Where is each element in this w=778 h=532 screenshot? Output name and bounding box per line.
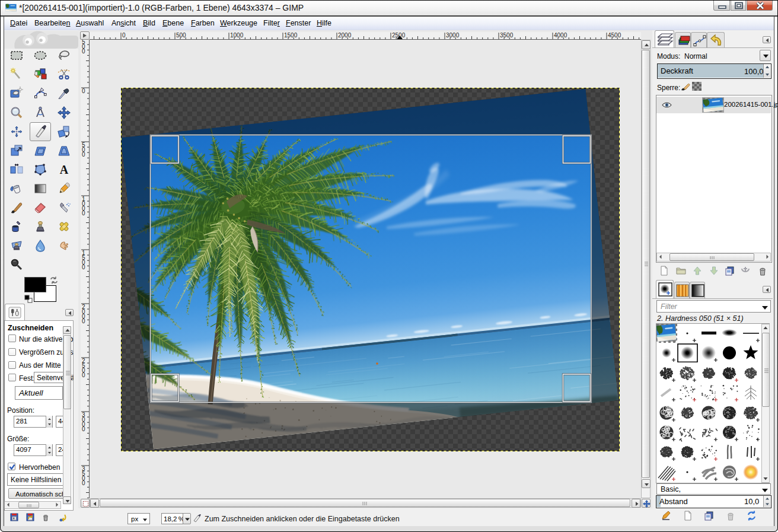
- svg-text:0: 0: [82, 210, 85, 216]
- svg-text:0: 0: [82, 88, 85, 94]
- svg-text:1500: 1500: [284, 32, 298, 39]
- svg-text:0: 0: [82, 426, 85, 432]
- svg-text:0: 0: [82, 480, 85, 486]
- svg-text:0: 0: [122, 32, 126, 39]
- svg-text:2000: 2000: [338, 32, 352, 39]
- svg-text:4000: 4000: [554, 32, 567, 39]
- svg-text:3500: 3500: [500, 32, 514, 39]
- svg-text:A: A: [60, 163, 69, 176]
- svg-text:4500: 4500: [608, 32, 621, 39]
- svg-text:0: 0: [82, 372, 85, 378]
- svg-text:500: 500: [176, 32, 186, 39]
- svg-text:0: 0: [82, 264, 85, 270]
- svg-text:0: 0: [82, 48, 85, 55]
- svg-text:1000: 1000: [230, 32, 244, 39]
- svg-text:0: 0: [82, 318, 85, 324]
- svg-text:0: 0: [82, 151, 85, 158]
- svg-text:3000: 3000: [446, 32, 460, 39]
